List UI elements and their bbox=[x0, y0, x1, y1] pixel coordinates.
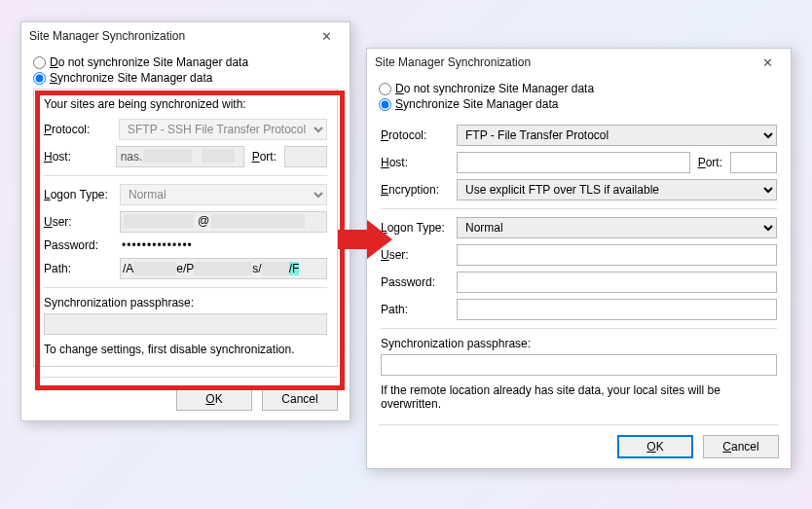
cancel-button[interactable]: Cancel bbox=[703, 435, 779, 458]
group-legend: Your sites are being synchronized with: bbox=[44, 97, 327, 111]
password-input[interactable] bbox=[457, 272, 777, 293]
radio-sync-label[interactable]: Synchronize Site Manager data bbox=[50, 71, 212, 85]
port-label: Port: bbox=[698, 156, 722, 169]
divider bbox=[44, 175, 327, 176]
logon-select[interactable]: Normal bbox=[457, 217, 777, 238]
dialog-title: Site Manager Synchronization bbox=[29, 29, 311, 43]
port-input[interactable] bbox=[730, 152, 777, 173]
path-highlight: /F bbox=[289, 262, 300, 275]
redacted-host-2 bbox=[202, 149, 235, 163]
port-label: Port: bbox=[252, 150, 277, 164]
close-icon[interactable]: ✕ bbox=[752, 55, 783, 70]
passphrase-label: Synchronization passphrase: bbox=[381, 337, 777, 350]
host-label: Host: bbox=[381, 156, 449, 169]
footer-note: If the remote location already has site … bbox=[381, 383, 777, 411]
protocol-label: Protocol: bbox=[44, 123, 111, 136]
dialog-left: Site Manager Synchronization ✕ Do not sy… bbox=[20, 21, 351, 421]
path-input[interactable] bbox=[457, 299, 777, 320]
path-input: /A e/P s/ /F bbox=[120, 258, 327, 279]
radio-no-sync-label[interactable]: Do not synchronize Site Manager data bbox=[395, 82, 594, 95]
password-label: Password: bbox=[381, 275, 449, 289]
protocol-label: Protocol: bbox=[381, 128, 449, 142]
redacted-path-3 bbox=[262, 262, 289, 275]
host-input[interactable] bbox=[457, 152, 690, 173]
sync-group: Protocol: FTP - File Transfer Protocol H… bbox=[379, 115, 779, 415]
dialog-title: Site Manager Synchronization bbox=[375, 55, 752, 69]
user-label: User: bbox=[44, 215, 112, 229]
radio-sync[interactable] bbox=[379, 98, 391, 111]
protocol-select: SFTP - SSH File Transfer Protocol bbox=[119, 119, 327, 140]
logon-label: Logon Type: bbox=[44, 188, 112, 201]
footer-note: To change settings, first disable synchr… bbox=[44, 343, 327, 356]
radio-no-sync-label[interactable]: Do not synchronize Site Manager data bbox=[50, 55, 248, 69]
redacted-path-2 bbox=[194, 262, 252, 275]
port-input bbox=[284, 146, 327, 167]
divider bbox=[381, 208, 777, 209]
password-dots: •••••••••••••• bbox=[120, 238, 327, 252]
sync-group: Your sites are being synchronized with: … bbox=[33, 89, 338, 367]
redacted-host-1 bbox=[143, 149, 192, 163]
cancel-button[interactable]: Cancel bbox=[262, 387, 338, 411]
ok-button[interactable]: OK bbox=[617, 435, 693, 458]
titlebar: Site Manager Synchronization ✕ bbox=[21, 22, 350, 50]
divider-2 bbox=[381, 328, 777, 329]
redacted-path-1 bbox=[133, 262, 176, 275]
radio-sync-label[interactable]: Synchronize Site Manager data bbox=[395, 97, 558, 111]
passphrase-label: Synchronization passphrase: bbox=[44, 296, 327, 309]
dialog-right: Site Manager Synchronization ✕ Do not sy… bbox=[366, 48, 792, 469]
host-label: Host: bbox=[44, 150, 108, 164]
encryption-label: Encryption: bbox=[381, 183, 449, 197]
radio-no-sync[interactable] bbox=[33, 56, 46, 69]
logon-label: Logon Type: bbox=[381, 221, 449, 235]
redacted-user-1 bbox=[124, 214, 194, 228]
radio-sync[interactable] bbox=[33, 72, 46, 85]
ok-button[interactable]: OK bbox=[176, 387, 252, 411]
passphrase-input[interactable] bbox=[381, 354, 777, 376]
logon-select: Normal bbox=[120, 184, 327, 205]
path-label: Path: bbox=[381, 303, 449, 316]
close-icon[interactable]: ✕ bbox=[311, 29, 342, 44]
user-label: User: bbox=[381, 248, 449, 262]
redacted-user-2 bbox=[211, 214, 305, 228]
user-input[interactable] bbox=[457, 244, 777, 266]
path-label: Path: bbox=[44, 262, 112, 275]
protocol-select[interactable]: FTP - File Transfer Protocol bbox=[457, 125, 777, 146]
radio-no-sync[interactable] bbox=[379, 83, 391, 95]
password-label: Password: bbox=[44, 238, 112, 252]
encryption-select[interactable]: Use explicit FTP over TLS if available bbox=[457, 179, 777, 200]
titlebar: Site Manager Synchronization ✕ bbox=[367, 49, 791, 76]
user-at: @ bbox=[198, 214, 209, 228]
divider-2 bbox=[44, 287, 327, 288]
passphrase-input bbox=[44, 313, 327, 335]
